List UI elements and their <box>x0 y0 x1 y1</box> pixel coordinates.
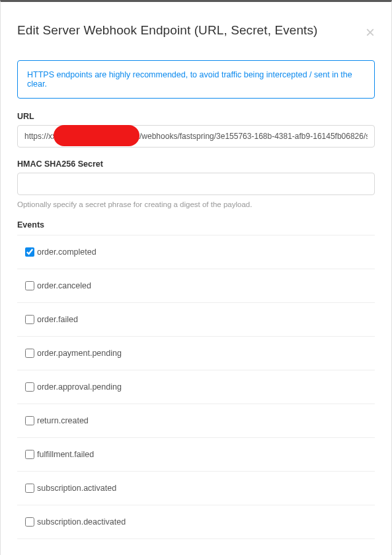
event-label: order.canceled <box>37 281 91 290</box>
secret-help-text: Optionally specify a secret phrase for c… <box>17 200 375 208</box>
url-redaction-mask <box>54 125 139 146</box>
url-field-group: URL <box>17 112 375 148</box>
event-label: fulfillment.failed <box>37 450 94 459</box>
event-checkbox-order-payment-pending[interactable] <box>25 349 34 358</box>
event-row-return-created: return.created <box>17 404 375 438</box>
close-icon[interactable]: × <box>366 24 375 40</box>
url-input-wrap <box>17 125 375 148</box>
event-row-order-failed: order.failed <box>17 303 375 337</box>
event-checkbox-subscription-deactivated[interactable] <box>25 517 34 527</box>
event-row-subscription-activated: subscription.activated <box>17 472 375 505</box>
event-label: order.approval.pending <box>37 382 122 392</box>
event-label: order.failed <box>37 315 78 324</box>
event-row-subscription-deactivated: subscription.deactivated <box>17 505 375 539</box>
event-checkbox-order-completed[interactable] <box>25 247 34 257</box>
event-checkbox-fulfillment-failed[interactable] <box>25 450 34 459</box>
events-list: order.completedorder.canceledorder.faile… <box>17 235 375 539</box>
event-checkbox-order-canceled[interactable] <box>25 281 34 290</box>
url-label: URL <box>17 112 375 121</box>
modal-title: Edit Server Webhook Endpoint (URL, Secre… <box>17 23 318 38</box>
event-label: order.completed <box>37 247 97 257</box>
event-row-fulfillment-failed: fulfillment.failed <box>17 438 375 472</box>
secret-input[interactable] <box>17 173 375 195</box>
modal-header: Edit Server Webhook Endpoint (URL, Secre… <box>17 23 375 40</box>
edit-webhook-modal: Edit Server Webhook Endpoint (URL, Secre… <box>1 2 391 539</box>
event-label: return.created <box>37 416 89 425</box>
events-section: Events order.completedorder.canceledorde… <box>17 220 375 539</box>
event-checkbox-order-approval-pending[interactable] <box>25 382 34 392</box>
event-row-order-approval-pending: order.approval.pending <box>17 370 375 404</box>
event-label: subscription.deactivated <box>37 517 126 527</box>
event-checkbox-order-failed[interactable] <box>25 315 34 324</box>
event-row-order-completed: order.completed <box>17 235 375 269</box>
events-label: Events <box>17 220 375 230</box>
event-row-order-payment-pending: order.payment.pending <box>17 337 375 370</box>
event-checkbox-return-created[interactable] <box>25 416 34 425</box>
event-label: subscription.activated <box>37 484 116 493</box>
event-checkbox-subscription-activated[interactable] <box>25 484 34 493</box>
https-info-banner: HTTPS endpoints are highly recommended, … <box>17 60 375 99</box>
event-row-order-canceled: order.canceled <box>17 269 375 303</box>
event-label: order.payment.pending <box>37 349 122 358</box>
secret-label: HMAC SHA256 Secret <box>17 159 375 169</box>
secret-field-group: HMAC SHA256 Secret Optionally specify a … <box>17 159 375 208</box>
